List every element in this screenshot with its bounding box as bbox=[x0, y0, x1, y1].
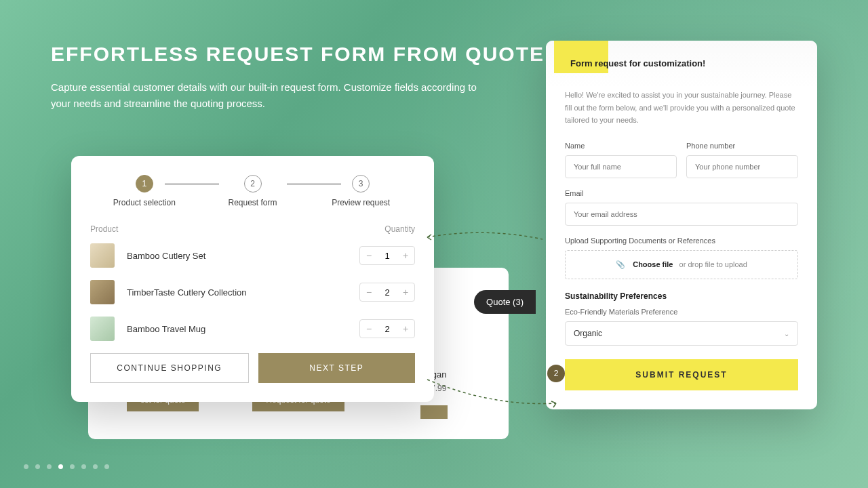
email-input[interactable] bbox=[565, 203, 798, 226]
product-row: TimberTaste Cutlery Collection − 2 + bbox=[90, 280, 415, 304]
minus-icon[interactable]: − bbox=[360, 320, 378, 338]
carousel-dot[interactable] bbox=[47, 464, 52, 469]
product-row: Bamboo Cutlery Set − 1 + bbox=[90, 243, 415, 268]
stepper: 1 Product selection 2 Request form 3 Pre… bbox=[90, 175, 415, 207]
continue-shopping-button[interactable]: CONTINUE SHOPPING bbox=[90, 353, 249, 383]
step-number: 2 bbox=[244, 175, 262, 192]
form-intro: Hello! We're excited to assist you in yo… bbox=[546, 89, 817, 136]
step-preview[interactable]: 3 Preview request bbox=[307, 175, 415, 207]
paperclip-icon: 📎 bbox=[616, 260, 625, 268]
phone-label: Phone number bbox=[686, 142, 798, 150]
plus-icon[interactable]: + bbox=[397, 283, 414, 301]
arrow-annotation bbox=[424, 373, 559, 416]
phone-input[interactable] bbox=[686, 155, 798, 178]
quantity-value: 1 bbox=[378, 251, 397, 261]
next-step-button[interactable]: NEXT STEP bbox=[258, 353, 416, 383]
product-thumbnail bbox=[90, 280, 115, 304]
drop-file-text: or drop file to upload bbox=[679, 260, 747, 268]
quantity-stepper[interactable]: − 1 + bbox=[359, 246, 415, 265]
carousel-dot[interactable] bbox=[81, 464, 86, 469]
product-row: Bamboo Travel Mug − 2 + bbox=[90, 317, 415, 341]
quantity-value: 2 bbox=[378, 324, 397, 334]
preferences-title: Sustainability Preferences bbox=[565, 291, 798, 301]
file-upload[interactable]: 📎 Choose file or drop file to upload bbox=[565, 250, 798, 279]
quote-modal: 1 Product selection 2 Request form 3 Pre… bbox=[71, 156, 434, 402]
carousel-dot[interactable] bbox=[70, 464, 75, 469]
choose-file-text: Choose file bbox=[633, 260, 673, 268]
carousel-dot[interactable] bbox=[104, 464, 109, 469]
carousel-dot[interactable] bbox=[58, 464, 63, 469]
product-name: TimberTaste Cutlery Collection bbox=[127, 287, 347, 298]
carousel-dot[interactable] bbox=[35, 464, 40, 469]
materials-select[interactable]: Organic ⌄ bbox=[565, 321, 798, 346]
upload-label: Upload Supporting Documents or Reference… bbox=[565, 237, 798, 245]
submit-request-button[interactable]: SUBMIT REQUEST bbox=[565, 359, 798, 390]
email-label: Email bbox=[565, 189, 798, 197]
arrow-annotation bbox=[424, 227, 546, 257]
step-product-selection[interactable]: 1 Product selection bbox=[90, 175, 199, 207]
plus-icon[interactable]: + bbox=[397, 247, 414, 264]
page-subtext: Capture essential customer details with … bbox=[51, 79, 492, 112]
product-thumbnail bbox=[90, 243, 115, 268]
step-request-form[interactable]: 2 Request form bbox=[199, 175, 307, 207]
column-quantity: Quantity bbox=[384, 224, 415, 234]
step-number: 1 bbox=[136, 175, 153, 192]
preferences-sublabel: Eco-Friendly Materials Preference bbox=[565, 308, 798, 316]
minus-icon[interactable]: − bbox=[360, 247, 378, 264]
plus-icon[interactable]: + bbox=[397, 320, 414, 338]
name-input[interactable] bbox=[565, 155, 677, 178]
carousel-dots[interactable] bbox=[24, 464, 109, 469]
product-thumbnail bbox=[90, 317, 115, 341]
product-name: Bamboo Cutlery Set bbox=[127, 251, 347, 261]
form-title: Form request for customization! bbox=[565, 54, 798, 68]
step-label: Preview request bbox=[332, 198, 390, 207]
name-label: Name bbox=[565, 142, 677, 150]
quote-badge[interactable]: Quote (3) bbox=[474, 290, 536, 314]
quantity-stepper[interactable]: − 2 + bbox=[359, 283, 415, 302]
select-value: Organic bbox=[574, 329, 602, 338]
quantity-stepper[interactable]: − 2 + bbox=[359, 319, 415, 338]
carousel-dot[interactable] bbox=[24, 464, 28, 469]
column-product: Product bbox=[90, 224, 118, 234]
carousel-dot[interactable] bbox=[93, 464, 98, 469]
step-label: Request form bbox=[228, 198, 277, 207]
chevron-down-icon: ⌄ bbox=[784, 330, 789, 338]
minus-icon[interactable]: − bbox=[360, 283, 378, 301]
request-form-card: Form request for customization! Hello! W… bbox=[546, 41, 817, 409]
step-number: 3 bbox=[352, 175, 370, 192]
step-label: Product selection bbox=[113, 198, 176, 207]
product-name: Bamboo Travel Mug bbox=[127, 324, 347, 334]
quantity-value: 2 bbox=[378, 287, 397, 298]
